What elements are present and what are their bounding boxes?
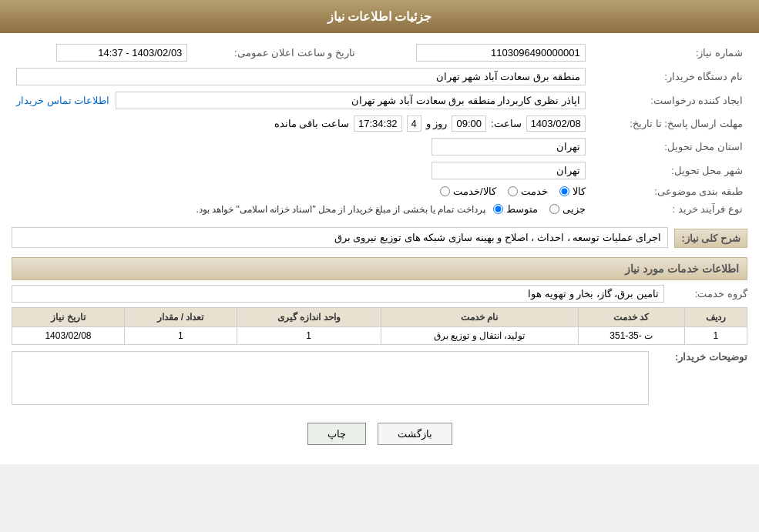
- ostan-box: تهران: [432, 138, 586, 156]
- sharh-row: شرح کلی نیاز: اجرای عملیات توسعه ، احداث…: [12, 224, 747, 253]
- table-row: 1ت -35-351تولید، انتقال و توزیع برق11140…: [12, 327, 747, 345]
- col-code: کد خدمت: [578, 308, 684, 327]
- tabaghe-radio-group: کالا خدمت کالا/خدمت: [16, 186, 586, 197]
- eijad-box: اپاذر نظری کاربردار منطقه برق سعادت آباد…: [116, 92, 585, 109]
- moohlat-label: مهلت ارسال پاسخ: تا تاریخ:: [590, 112, 747, 135]
- col-name: نام خدمت: [381, 308, 578, 327]
- etelaaat-tamas-link[interactable]: اطلاعات تماس خریدار: [16, 95, 109, 106]
- shahr-label: شهر محل تحویل:: [590, 159, 747, 182]
- shahr-box: تهران: [432, 162, 586, 179]
- tabaghe-label: طبقه بندی موضوعی:: [590, 182, 747, 200]
- tousih-textarea[interactable]: [12, 351, 649, 405]
- page-wrapper: جزئیات اطلاعات نیاز شماره نیاز: 11030964…: [0, 0, 759, 464]
- taarikh-aalan-label: تاریخ و ساعت اعلان عمومی:: [192, 41, 360, 65]
- content-area: شماره نیاز: 1103096490000001 تاریخ و ساع…: [0, 33, 759, 464]
- tabaghe-kala-radio[interactable]: [559, 186, 569, 196]
- goroh-value-text: تامین برق، گاز، بخار و تهویه هوا: [528, 288, 659, 299]
- rooz-label: روز و: [426, 118, 448, 129]
- noe-motavasset-radio[interactable]: [493, 204, 503, 214]
- remaining-label: ساعت باقی مانده: [274, 118, 349, 129]
- row-ostan: استان محل تحویل: تهران: [12, 135, 747, 159]
- noe-farayand-radio-group: جزیی متوسط: [493, 203, 586, 215]
- button-row: بازگشت چاپ: [12, 411, 747, 457]
- namedastgah-box: منطقه برق سعادت آباد شهر تهران: [16, 68, 586, 85]
- tabaghe-khedmat-option[interactable]: خدمت: [508, 186, 548, 197]
- header-title: جزئیات اطلاعات نیاز: [327, 10, 432, 23]
- eijad-label: ایجاد کننده درخواست:: [590, 89, 747, 112]
- tabaghe-khedmat-radio[interactable]: [508, 186, 518, 196]
- row-eijad: ایجاد کننده درخواست: اپاذر نظری کاربردار…: [12, 89, 747, 112]
- col-vahed: واحد اندازه گیری: [237, 308, 381, 327]
- row-shahr: شهر محل تحویل: تهران: [12, 159, 747, 182]
- tabaghe-kala-option[interactable]: کالا: [559, 186, 586, 197]
- table-body: 1ت -35-351تولید، انتقال و توزیع برق11140…: [12, 327, 747, 345]
- row-tabaghe: طبقه بندی موضوعی: کالا خدمت کالا/خدمت: [12, 182, 747, 200]
- back-button[interactable]: بازگشت: [378, 423, 452, 445]
- col-tedad: تعداد / مقدار: [124, 308, 237, 327]
- goroh-value-box: تامین برق، گاز، بخار و تهویه هوا: [12, 285, 664, 303]
- table-cell-vahed: 1: [237, 327, 381, 345]
- row-namedastgah: نام دستگاه خریدار: منطقه برق سعادت آباد …: [12, 65, 747, 89]
- khadamat-section-header: اطلاعات خدمات مورد نیاز: [12, 257, 747, 280]
- sharh-label: شرح کلی نیاز:: [674, 229, 747, 248]
- ostan-value: تهران: [12, 135, 590, 159]
- time-row: 1403/02/08 ساعت: 09:00 روز و 4 17:34:32: [16, 115, 586, 132]
- table-cell-code: ت -35-351: [578, 327, 684, 345]
- noe-farayand-label: نوع فرآیند خرید :: [590, 200, 747, 218]
- moohlat-value: 1403/02/08 ساعت: 09:00 روز و 4 17:34:32: [12, 112, 590, 135]
- tabaghe-kala-khedmat-option[interactable]: کالا/خدمت: [440, 186, 496, 197]
- main-info-table: شماره نیاز: 1103096490000001 تاریخ و ساع…: [12, 41, 747, 218]
- table-header-row: ردیف کد خدمت نام خدمت واحد اندازه گیری ت…: [12, 308, 747, 327]
- goroh-row: گروه خدمت: تامین برق، گاز، بخار و تهویه …: [12, 285, 747, 303]
- tabaghe-options: کالا خدمت کالا/خدمت: [12, 182, 590, 200]
- ostan-label: استان محل تحویل:: [590, 135, 747, 159]
- noe-jozii-radio[interactable]: [549, 204, 559, 214]
- khadamat-table: ردیف کد خدمت نام خدمت واحد اندازه گیری ت…: [12, 307, 747, 345]
- table-cell-tedad: 1: [124, 327, 237, 345]
- page-header: جزئیات اطلاعات نیاز: [0, 0, 759, 33]
- taarikh-aalan-value: 1403/02/03 - 14:37: [12, 41, 192, 65]
- sharh-value-box: اجرای عملیات توسعه ، احداث ، اصلاح و بهی…: [12, 227, 668, 248]
- row-moohlat: مهلت ارسال پاسخ: تا تاریخ: 1403/02/08 سا…: [12, 112, 747, 135]
- shomare-niaz-value: 1103096490000001: [360, 41, 590, 65]
- table-cell-radif: 1: [684, 327, 747, 345]
- table-head: ردیف کد خدمت نام خدمت واحد اندازه گیری ت…: [12, 308, 747, 327]
- namedastgah-label: نام دستگاه خریدار:: [590, 65, 747, 89]
- moohlat-saat-box: 09:00: [452, 115, 486, 132]
- moohlat-rooz-box: 4: [407, 115, 421, 132]
- moohlat-date-box: 1403/02/08: [526, 115, 586, 132]
- tousih-row: توضیحات خریدار:: [12, 351, 747, 405]
- noe-farayand-note: پرداخت تمام یا بخشی از مبلغ خریدار از مح…: [196, 204, 485, 215]
- noe-motavasset-option[interactable]: متوسط: [493, 203, 538, 215]
- tabaghe-kala-khedmat-radio[interactable]: [440, 186, 450, 196]
- row-shomare-taarikh: شماره نیاز: 1103096490000001 تاریخ و ساع…: [12, 41, 747, 65]
- table-cell-taarikh: 1403/02/08: [12, 327, 125, 345]
- shahr-value: تهران: [12, 159, 590, 182]
- table-cell-name: تولید، انتقال و توزیع برق: [381, 327, 578, 345]
- sharh-value-text: اجرای عملیات توسعه ، احداث ، اصلاح و بهی…: [334, 232, 662, 243]
- remaining-time-box: 17:34:32: [354, 115, 402, 132]
- col-radif: ردیف: [684, 308, 747, 327]
- print-button[interactable]: چاپ: [307, 423, 366, 445]
- row-noe-farayand: نوع فرآیند خرید : جزیی متوسط: [12, 200, 747, 218]
- noe-jozii-option[interactable]: جزیی: [549, 203, 586, 215]
- saat-label: ساعت:: [491, 118, 522, 129]
- shomare-niaz-box: 1103096490000001: [416, 44, 586, 62]
- eijad-value: اپاذر نظری کاربردار منطقه برق سعادت آباد…: [12, 89, 590, 112]
- tousih-label: توضیحات خریدار:: [655, 351, 747, 363]
- goroh-label: گروه خدمت:: [670, 288, 747, 299]
- noe-farayand-value: جزیی متوسط پرداخت تمام یا بخشی از مبلغ خ…: [12, 200, 590, 218]
- taarikh-aalan-box: 1403/02/03 - 14:37: [56, 44, 187, 62]
- namedastgah-value: منطقه برق سعادت آباد شهر تهران: [12, 65, 590, 89]
- shomare-niaz-label: شماره نیاز:: [590, 41, 747, 65]
- col-taarikh: تاریخ نیاز: [12, 308, 125, 327]
